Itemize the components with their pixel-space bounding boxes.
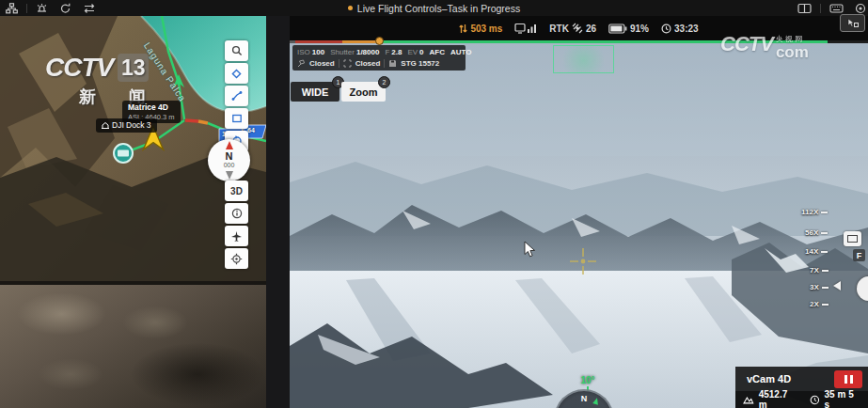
latency-value: 503 ms (470, 24, 502, 34)
map-3d-toggle-button[interactable]: 3D (225, 180, 248, 201)
zoom-ruler-row[interactable]: 3X (810, 283, 829, 291)
record-icon[interactable] (855, 3, 866, 14)
rtk-indicator: RTK 26 (549, 23, 596, 34)
zoom-current-pointer[interactable] (833, 281, 841, 290)
flight-time-indicator: 33:23 (661, 24, 699, 34)
dock-camera-feed[interactable] (0, 285, 266, 408)
cctvcom-watermark: CCTV 央视网 com (720, 34, 809, 60)
top-menu-bar: Live Flight Controls–Task in Progress (0, 0, 868, 17)
heading-readout: 10° (568, 375, 608, 385)
cctvcom-text: CCTV (720, 34, 773, 55)
split-view-icon[interactable] (797, 3, 812, 14)
map-compass[interactable]: N 000 (208, 139, 250, 181)
vcam-panel: vCam 4D 4512.7 m 35 m 5 s (735, 367, 868, 408)
zoom-level-label: 2X (810, 300, 819, 308)
remote-pointer-widget[interactable] (840, 14, 865, 32)
map-panel[interactable]: CCTV 13 新 闻 Laguna Palca Matrice 4D ASL:… (0, 16, 266, 285)
gimbal-crosshair (566, 244, 600, 278)
elapsed-clock-icon (810, 395, 820, 405)
beacon-state-icon (297, 59, 306, 68)
battery-indicator: 91% (608, 24, 649, 34)
pip-window-button[interactable] (844, 231, 861, 246)
iso-value: 100 (312, 48, 324, 56)
route-icon[interactable] (83, 3, 96, 14)
zoom-level-label: 14X (805, 247, 818, 256)
divider (820, 4, 821, 13)
ev-value: 0 (419, 48, 423, 56)
map-search-button[interactable] (225, 40, 248, 61)
zoom-ruler-row[interactable]: 56X (805, 228, 828, 237)
zoom-shortcut-badge: 2 (378, 76, 390, 88)
dock-label: DJI Dock 3 (96, 118, 157, 133)
aperture-value: 2.8 (391, 48, 402, 56)
rock-highlight (17, 292, 106, 336)
divider (339, 59, 339, 68)
ruler-tick (821, 212, 828, 213)
zoom-ruler-row[interactable]: 112X (801, 208, 828, 216)
exposure-mode: AUTO (450, 48, 472, 56)
compass-south-needle (226, 171, 233, 180)
altitude-value: 4512.7 m (759, 389, 797, 408)
link-signal-indicator (514, 23, 537, 34)
aircraft-name: Matrice 4D (128, 102, 175, 113)
map-locate-button[interactable] (225, 248, 248, 269)
map-info-button[interactable] (225, 203, 248, 224)
storage-icon (388, 59, 397, 68)
monitor-signal-icon (514, 23, 537, 34)
rock-highlight (122, 306, 188, 339)
shutter-value: 1/8000 (356, 48, 379, 56)
screen: { "top_bar": { "title": "Live Flight Con… (0, 0, 868, 408)
ruler-tick (822, 304, 829, 306)
elapsed-value: 35 m 5 s (825, 389, 860, 408)
updown-arrows-icon (459, 24, 467, 34)
camera-settings-panel[interactable]: ISO100 Shutter1/8000 F2.8 EV0 AFC AUTO C… (292, 45, 466, 71)
divider (26, 4, 27, 13)
clock-icon (661, 24, 671, 34)
shutter-label: Shutter (330, 48, 355, 56)
focus-mode-badge: F (853, 249, 865, 261)
beacon-icon[interactable] (36, 3, 48, 14)
zoom-label: Zoom (350, 86, 378, 98)
pause-button[interactable] (834, 370, 862, 388)
divider (384, 59, 385, 68)
focus-target-box (553, 45, 614, 73)
map-rectangle-tool-button[interactable] (225, 108, 248, 129)
compass-degrees: 000 (208, 162, 250, 168)
frame-state: Closed (355, 59, 381, 68)
battery-icon (608, 24, 627, 34)
zoom-ruler-row[interactable]: 14X (805, 247, 828, 256)
focus-mode: AFC (430, 48, 445, 56)
rtk-count: 26 (586, 24, 596, 34)
map-aircraft-button[interactable] (225, 226, 248, 246)
rock-shadow (132, 343, 263, 405)
cctvcom-com: com (776, 44, 809, 60)
ruler-tick (822, 270, 829, 272)
latency-readout: 503 ms (459, 24, 502, 34)
ruler-tick (822, 287, 829, 289)
sync-icon[interactable] (59, 3, 71, 14)
devices-tree-icon[interactable] (6, 3, 18, 14)
flight-status-bar: 4512.7 m 35 m 5 s (735, 391, 868, 408)
compass-north-label: N (208, 150, 250, 162)
altitude-icon (743, 395, 754, 404)
progress-marker[interactable] (375, 37, 384, 45)
compass-north-needle (226, 141, 233, 149)
rtk-label: RTK (549, 24, 569, 34)
zoom-level-label: 112X (801, 208, 818, 216)
beacon-state: Closed (309, 59, 335, 68)
zoom-ruler-row[interactable]: 7X (810, 266, 829, 275)
vcam-header: vCam 4D (735, 367, 868, 391)
window-title-text: Live Flight Controls–Task in Progress (357, 3, 520, 14)
vcam-label: vCam 4D (747, 373, 791, 384)
aperture-label: F (385, 48, 389, 56)
zoom-level-label: 56X (805, 228, 818, 237)
ev-label: EV (407, 48, 418, 56)
battery-percent: 91% (630, 24, 649, 34)
keyboard-icon[interactable] (829, 3, 844, 14)
map-pin-tool-button[interactable] (225, 63, 248, 84)
zoom-ruler-row[interactable]: 2X (810, 300, 829, 308)
dock-label-text: DJI Dock 3 (112, 120, 151, 131)
map-polyline-tool-button[interactable] (225, 86, 248, 106)
compass-heading-needle (592, 397, 600, 404)
mouse-cursor (524, 241, 536, 258)
